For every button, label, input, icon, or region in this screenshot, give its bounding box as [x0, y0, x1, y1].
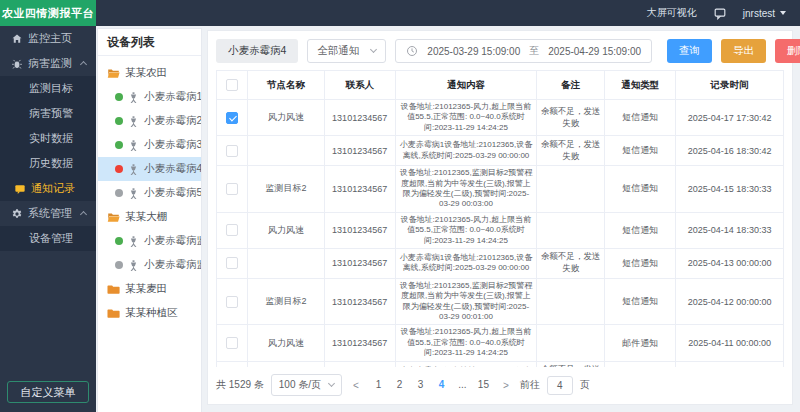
tree-folder[interactable]: 某某麦田 — [98, 277, 201, 301]
prev-page-button[interactable]: < — [349, 380, 363, 391]
cell-contact: 13101234567 — [324, 212, 395, 248]
status-dot — [115, 165, 123, 173]
date-separator: 至 — [529, 44, 539, 58]
sidebar-item-4[interactable]: 实时数据 — [0, 126, 96, 151]
cell-remark — [537, 166, 605, 213]
table-row[interactable]: 风力风速13101234567设备地址:21012365-风力,超上限当前值55… — [217, 212, 784, 248]
date-range-picker[interactable]: 2025-03-29 15:09:00 至 2025-04-29 15:09:0… — [395, 39, 652, 63]
tree-label: 小麦赤霉病监.. — [144, 258, 201, 272]
cell-contact: 13101234567 — [324, 325, 395, 361]
checkbox-cell — [217, 136, 248, 166]
cell-node — [248, 136, 325, 166]
bug-icon — [11, 58, 23, 70]
page-number[interactable]: 1 — [370, 377, 387, 393]
sidebar-item-label: 监测目标 — [29, 81, 73, 96]
cell-remark — [537, 325, 605, 361]
page-number[interactable]: 3 — [412, 377, 429, 393]
sidebar-item-2[interactable]: 监测目标 — [0, 76, 96, 101]
device-tree: 某某农田小麦赤霉病1小麦赤霉病2小麦赤霉病3小麦赤霉病4小麦赤霉病5某某大棚小麦… — [98, 56, 201, 325]
select-all-checkbox[interactable] — [226, 79, 238, 91]
table-row[interactable]: 风力风速13101234567设备地址:21012365-风力,超上限当前值55… — [217, 100, 784, 136]
cell-time: 2025-04-13 00:00:00 — [676, 248, 784, 278]
device-icon — [127, 115, 140, 128]
export-button[interactable]: 导出 — [721, 39, 766, 63]
table-row[interactable]: 风力风速13101234567设备地址:21012365-风力,超上限当前值55… — [217, 325, 784, 361]
cell-type: 短信通知 — [605, 278, 676, 325]
next-page-button[interactable]: > — [499, 380, 513, 391]
sidebar-item-6[interactable]: 通知记录 — [0, 176, 96, 201]
tree-label: 某某农田 — [125, 66, 167, 80]
device-list-title: 设备列表 — [98, 29, 201, 56]
checkbox-cell — [217, 100, 248, 136]
table-row[interactable]: 13101234567小麦赤霉病1设备地址:21012365,设备离线,系统时间… — [217, 136, 784, 166]
table-row[interactable]: 13101234567小麦赤霉病1设备地址:21012365,设备离线,系统时间… — [217, 248, 784, 278]
tree-folder[interactable]: 某某大棚 — [98, 205, 201, 229]
chevron-down-icon — [780, 11, 786, 15]
column-header: 通知类型 — [605, 71, 676, 100]
row-checkbox[interactable] — [226, 112, 238, 124]
cell-contact: 13101234567 — [324, 136, 395, 166]
goto-page-input[interactable] — [547, 376, 573, 395]
row-checkbox[interactable] — [226, 296, 238, 308]
delete-button[interactable]: 删除 — [775, 39, 800, 63]
table-row[interactable]: 监测目标213101234567设备地址:21012365,监测目标2预警程度超… — [217, 166, 784, 213]
tree-device[interactable]: 小麦赤霉病监.. — [98, 253, 201, 277]
search-button[interactable]: 查询 — [667, 39, 712, 63]
chevron-up-icon — [80, 211, 87, 218]
notify-type-select[interactable]: 全部通知 — [307, 39, 386, 63]
cell-content: 设备地址:21012365-风力,超上限当前值55.5,正常范围: 0.0~40… — [395, 100, 537, 136]
sidebar-item-label: 设备管理 — [29, 231, 73, 246]
cell-remark — [537, 278, 605, 325]
row-checkbox[interactable] — [226, 224, 238, 236]
main-panel: 小麦赤霉病4 全部通知 2025-03-29 15:09:00 至 2025-0… — [207, 30, 793, 405]
goto-label-suffix: 页 — [580, 378, 590, 392]
message-icon[interactable] — [713, 6, 727, 20]
page-size-value: 100 条/页 — [279, 378, 321, 392]
sidebar-item-label: 通知记录 — [31, 181, 75, 196]
tree-device[interactable]: 小麦赤霉病3 — [98, 133, 201, 157]
tree-label: 某某麦田 — [125, 282, 167, 296]
cell-node: 风力风速 — [248, 100, 325, 136]
device-icon — [127, 235, 140, 248]
goto-label: 前往 — [520, 378, 540, 392]
page-size-select[interactable]: 100 条/页 — [271, 374, 342, 396]
checkbox-cell — [217, 248, 248, 278]
date-start-value: 2025-03-29 15:09:00 — [427, 46, 520, 57]
column-header: 备注 — [537, 71, 605, 100]
folder-open-icon — [107, 67, 120, 80]
tree-device[interactable]: 小麦赤霉病4 — [98, 157, 201, 181]
tree-folder[interactable]: 某某农田 — [98, 61, 201, 85]
sidebar-item-0[interactable]: 监控主页 — [0, 26, 96, 51]
checkbox-cell — [217, 166, 248, 213]
sidebar-item-8[interactable]: 设备管理 — [0, 226, 96, 251]
sidebar-item-label: 病害监测 — [28, 56, 72, 71]
sidebar-item-5[interactable]: 历史数据 — [0, 151, 96, 176]
tree-folder[interactable]: 某某种植区 — [98, 301, 201, 325]
fullscreen-link[interactable]: 大屏可视化 — [647, 6, 697, 20]
device-icon — [127, 139, 140, 152]
device-icon — [127, 163, 140, 176]
tree-device[interactable]: 小麦赤霉病5 — [98, 181, 201, 205]
page-number[interactable]: 15 — [475, 377, 492, 393]
tree-device[interactable]: 小麦赤霉病2 — [98, 109, 201, 133]
sidebar-item-7[interactable]: 系统管理 — [0, 201, 96, 226]
page-number[interactable]: 4 — [433, 377, 450, 393]
cell-content: 设备地址:21012365,监测目标2预警程度超限,当前为中等发生(三级),报警… — [395, 278, 537, 325]
tree-device[interactable]: 小麦赤霉病监.. — [98, 229, 201, 253]
username: jnrstest — [743, 8, 775, 19]
app-logo: 农业四情测报平台 — [0, 0, 96, 26]
table-row[interactable]: 监测目标213101234567设备地址:21012365,监测目标2预警程度超… — [217, 278, 784, 325]
row-checkbox[interactable] — [226, 183, 238, 195]
row-checkbox[interactable] — [226, 145, 238, 157]
tree-device[interactable]: 小麦赤霉病1 — [98, 85, 201, 109]
cell-type: 短信通知 — [605, 248, 676, 278]
row-checkbox[interactable] — [226, 257, 238, 269]
custom-menu-button[interactable]: 自定义菜单 — [7, 381, 89, 403]
chevron-up-icon — [80, 61, 87, 68]
cell-time: 2025-04-16 18:30:42 — [676, 136, 784, 166]
row-checkbox[interactable] — [226, 337, 238, 349]
sidebar-item-1[interactable]: 病害监测 — [0, 51, 96, 76]
sidebar-item-3[interactable]: 病害预警 — [0, 101, 96, 126]
page-number[interactable]: 2 — [391, 377, 408, 393]
user-menu[interactable]: jnrstest — [743, 8, 786, 19]
